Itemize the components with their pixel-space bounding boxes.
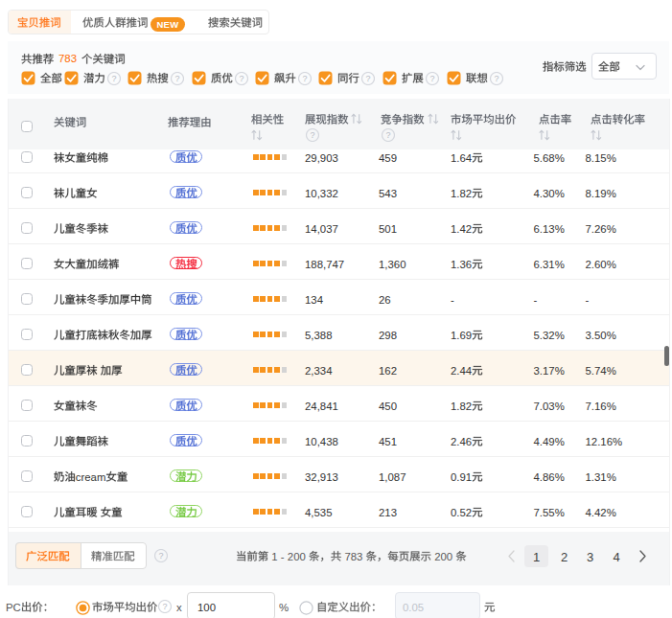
svg-text:?: ? (385, 130, 390, 140)
svg-text:?: ? (494, 74, 498, 83)
svg-text:200: 200 (434, 550, 452, 561)
svg-text:?: ? (365, 74, 370, 83)
svg-text:783: 783 (344, 550, 362, 561)
svg-text:?: ? (429, 74, 434, 83)
svg-text:?: ? (302, 74, 307, 83)
svg-text:PC: PC (6, 602, 21, 613)
svg-text:?: ? (174, 74, 179, 83)
svg-text:?: ? (158, 551, 163, 561)
svg-text:1.64: 1.64 (451, 152, 472, 164)
svg-text:1 - 200: 1 - 200 (271, 550, 305, 561)
svg-text:2.46: 2.46 (451, 436, 472, 447)
svg-text:1.36: 1.36 (451, 259, 472, 270)
svg-text:?: ? (111, 74, 116, 83)
svg-text:1.82: 1.82 (451, 401, 472, 412)
svg-text:2.44: 2.44 (451, 365, 472, 377)
svg-text:cream: cream (76, 471, 106, 483)
svg-text:?: ? (310, 130, 314, 140)
svg-text:?: ? (239, 74, 243, 83)
svg-text:?: ? (162, 602, 167, 611)
svg-text:1.69: 1.69 (451, 330, 472, 341)
svg-text:0.52: 0.52 (451, 507, 472, 518)
svg-text:1.42: 1.42 (451, 223, 472, 235)
svg-text:0.91: 0.91 (451, 471, 472, 483)
svg-text:1.82: 1.82 (451, 188, 472, 199)
